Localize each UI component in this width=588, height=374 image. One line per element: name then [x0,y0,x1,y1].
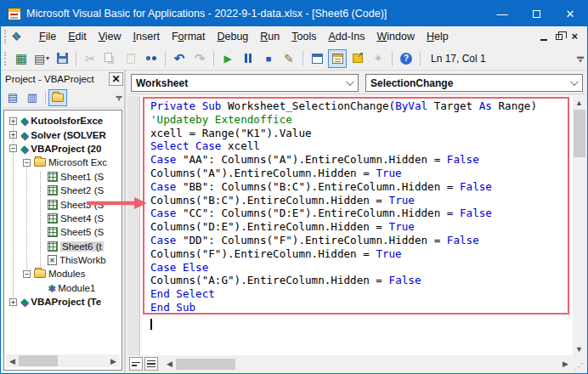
tree-item-sheet4-s[interactable]: Sheet4 (S [4,212,122,225]
text-caret [150,319,152,330]
code-line: Case "BB": Columns("B:C").EntireColumn.H… [150,180,566,194]
tree-expander[interactable]: − [23,270,31,278]
menu-debug[interactable]: Debug [211,28,254,45]
tree-item-module1[interactable]: ✱Module1 [4,281,122,295]
code-line: Columns("A").EntireColumn.Hidden = True [150,167,566,180]
resize-grip[interactable] [572,357,586,371]
redo-button[interactable]: ↷ [190,49,209,68]
procedure-dropdown-value: SelectionChange [370,77,453,89]
tree-item-modules[interactable]: −Modules [4,267,122,280]
object-dropdown[interactable]: Worksheet [131,74,359,92]
procedure-dropdown[interactable]: SelectionChange [365,74,583,92]
scroll-left-icon[interactable]: ◀ [163,358,176,371]
full-module-view-button[interactable] [144,357,158,371]
project-panel-close-button[interactable]: ✕ [109,72,123,86]
project-tree-hscrollbar[interactable]: ◀ ▶ [6,354,120,367]
tree-item-kutoolsforexce[interactable]: +◆KutoolsforExce [4,114,122,128]
toolbar-separator [392,51,393,66]
tree-item-sheet1-s[interactable]: Sheet1 (S [4,170,122,184]
project-explorer-button[interactable] [308,49,326,68]
scroll-right-icon[interactable]: ▶ [107,354,120,367]
menu-tools[interactable]: Tools [286,28,322,45]
tree-expander[interactable]: − [9,144,17,152]
tree-item-sheet5-s[interactable]: Sheet5 (S [4,225,122,239]
project-panel-toolbar: ▤ ▥ ▬▾ [2,88,124,108]
save-button[interactable] [53,49,71,68]
mdi-restore-icon[interactable] [556,34,563,40]
folder-icon [52,94,64,102]
minimize-button[interactable]: — [485,1,519,26]
tree-item-label: Sheet2 (S [60,185,104,196]
scroll-thumb[interactable] [574,110,585,157]
vba-editor-window: Microsoft Visual Basic for Applications … [0,0,588,374]
tree-expander[interactable]: + [9,131,17,139]
mdi-minimize-icon[interactable] [540,39,547,41]
design-mode-button[interactable]: ✎ [280,49,298,68]
toolbox-button[interactable]: ✦ [369,49,387,68]
code-hscrollbar[interactable]: ◀ ▶ [163,357,572,371]
toggle-folders-button[interactable] [48,89,67,106]
menubar-grip[interactable] [4,30,8,43]
tree-item-sheet3-s[interactable]: Sheet3 (S [4,197,122,211]
run-button[interactable]: ▶ [218,49,237,68]
scroll-right-icon[interactable]: ▶ [559,358,572,371]
menu-format[interactable]: Format [166,28,212,45]
scroll-down-icon[interactable]: ▼ [573,343,585,355]
tree-item-vbaproject-te[interactable]: +◆VBAProject (Te [4,295,122,309]
break-button[interactable] [239,49,257,68]
menu-file[interactable]: File [33,28,62,45]
tree-item-solver-solver[interactable]: +◆Solver (SOLVER [4,128,122,141]
menu-edit[interactable]: Edit [62,28,93,45]
view-excel-button[interactable]: ▦ [12,49,31,68]
properties-window-button[interactable] [328,49,347,68]
toolbar-overflow-button[interactable]: ▬▾ [574,48,586,69]
code-vscrollbar[interactable]: ▲ ▼ [573,96,586,355]
code-text[interactable]: Private Sub Worksheet_SelectionChange(By… [150,99,566,314]
project-toolbar-overflow-button[interactable]: ▬▾ [114,94,124,101]
help-button[interactable]: ? [397,49,416,68]
view-object-button[interactable]: ▥ [23,89,42,106]
scroll-up-icon[interactable]: ▲ [573,96,585,109]
cut-button[interactable]: ✂ [81,49,99,68]
tree-expander[interactable]: − [23,159,31,167]
menu-run[interactable]: Run [254,28,286,45]
mdi-close-icon[interactable]: × [571,32,578,41]
close-button[interactable]: ✕ [553,1,587,26]
tree-item-sheet2-s[interactable]: Sheet2 (S [4,184,122,197]
toolbar-separator [213,51,214,66]
paste-button[interactable] [122,49,140,68]
menu-window[interactable]: Window [371,28,421,45]
scroll-thumb[interactable] [176,359,235,370]
tree-item-thisworkb[interactable]: ThisWorkb [4,253,122,267]
view-object-dropdown-button[interactable]: ▤▾ [32,49,51,68]
view-code-button[interactable]: ▤ [3,89,22,106]
scroll-left-icon[interactable]: ◀ [6,354,19,367]
tree-item-microsoft-exc[interactable]: −Microsoft Exc [4,156,122,169]
tree-expander[interactable]: + [9,117,17,125]
procedure-view-button[interactable] [129,357,143,371]
undo-button[interactable]: ↶ [170,49,189,68]
scroll-thumb[interactable] [19,355,58,366]
tree-item-label: KutoolsforExce [31,116,103,126]
maximize-button[interactable] [519,1,553,26]
copy-button[interactable] [101,49,120,68]
find-button[interactable] [142,49,161,68]
tree-item-label: VBAProject (Te [31,297,101,307]
menu-addins[interactable]: Add-Ins [322,28,370,45]
menu-help[interactable]: Help [421,28,455,45]
toolbar-separator [165,51,166,66]
code-line: Columns("D:E").EntireColumn.Hidden = Tru… [150,220,566,234]
toolbar-grip[interactable] [4,52,8,65]
code-editor[interactable]: Private Sub Worksheet_SelectionChange(By… [127,96,586,355]
menu-insert[interactable]: Insert [127,28,166,45]
tree-item-label: Sheet1 (S [60,172,104,182]
object-browser-button[interactable] [348,49,367,68]
menu-view[interactable]: View [93,28,127,45]
tree-expander[interactable]: + [9,298,17,306]
chevron-down-icon [570,77,579,86]
reset-button[interactable]: ■ [259,49,278,68]
tree-item-vbaproject-20[interactable]: −◆VBAProject (20 [4,142,122,156]
margin-indicator-bar[interactable] [127,96,140,355]
toolbar-separator [76,51,76,66]
tree-item-sheet6-t[interactable]: Sheet6 (t [4,240,122,253]
